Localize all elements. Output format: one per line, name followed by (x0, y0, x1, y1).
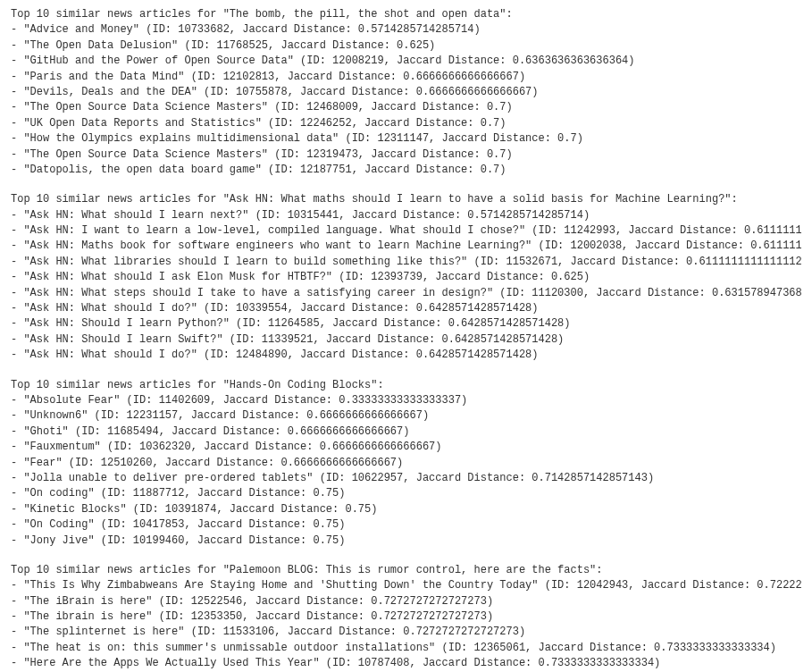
result-line: - "Jony Jive" (ID: 10199460, Jaccard Dis… (11, 533, 801, 549)
result-line: - "Fauxmentum" (ID: 10362320, Jaccard Di… (11, 440, 801, 455)
result-line: - "Fear" (ID: 12510260, Jaccard Distance… (11, 456, 801, 471)
result-line: - "The Open Source Data Science Masters"… (11, 100, 801, 115)
result-line: - "Paris and the Data Mind" (ID: 1210281… (11, 70, 801, 85)
result-line: - "Ask HN: What should I do?" (ID: 12484… (11, 348, 801, 363)
result-line: - "The Open Source Data Science Masters"… (11, 147, 801, 163)
result-line: - "Ask HN: What should I do?" (ID: 10339… (11, 301, 801, 316)
result-line: - "Ask HN: Should I learn Swift?" (ID: 1… (11, 332, 801, 348)
result-line: - "Ask HN: What should I ask Elon Musk f… (11, 270, 801, 285)
result-line: - "Ask HN: What libraries should I learn… (11, 255, 801, 270)
result-line: - "The heat is on: this summer's unmissa… (11, 641, 801, 656)
result-group: Top 10 similar news articles for "Ask HN… (11, 192, 801, 363)
result-line: - "On coding" (ID: 11887712, Jaccard Dis… (11, 486, 801, 501)
result-line: - "Advice and Money" (ID: 10733682, Jacc… (11, 22, 801, 38)
result-line: - "The iBrain is here" (ID: 12522546, Ja… (11, 594, 801, 609)
result-line: - "UK Open Data Reports and Statistics" … (11, 116, 801, 131)
result-line: - "Ask HN: I want to learn a low-level, … (11, 223, 801, 239)
result-group: Top 10 similar news articles for "The bo… (11, 7, 801, 178)
result-line: - "The ibrain is here" (ID: 12353350, Ja… (11, 609, 801, 625)
result-line: - "Here Are the Apps We Actually Used Th… (11, 656, 801, 671)
result-line: - "Devils, Deals and the DEA" (ID: 10755… (11, 85, 801, 100)
result-line: - "Ask HN: Should I learn Python?" (ID: … (11, 316, 801, 332)
result-line: - "How the Olympics explains multidimens… (11, 131, 801, 147)
result-line: - "The splinternet is here" (ID: 1153310… (11, 625, 801, 640)
output-log: Top 10 similar news articles for "The bo… (11, 7, 801, 672)
result-line: - "This Is Why Zimbabweans Are Staying H… (11, 578, 801, 593)
group-header: Top 10 similar news articles for "Ask HN… (11, 192, 801, 207)
result-line: - "Jolla unable to deliver pre-ordered t… (11, 471, 801, 486)
result-line: - "On Coding" (ID: 10417853, Jaccard Dis… (11, 517, 801, 533)
result-group: Top 10 similar news articles for "Hands-… (11, 378, 801, 549)
result-line: - "GitHub and the Power of Open Source D… (11, 54, 801, 69)
result-line: - "The Open Data Delusion" (ID: 11768525… (11, 38, 801, 54)
result-group: Top 10 similar news articles for "Palemo… (11, 563, 801, 672)
result-line: - "Ghoti" (ID: 11685494, Jaccard Distanc… (11, 424, 801, 440)
result-line: - "Ask HN: What should I learn next?" (I… (11, 208, 801, 223)
result-line: - "Unknown6" (ID: 12231157, Jaccard Dist… (11, 408, 801, 424)
result-line: - "Ask HN: What steps should I take to h… (11, 286, 801, 301)
group-header: Top 10 similar news articles for "Hands-… (11, 378, 801, 393)
result-line: - "Kinetic Blocks" (ID: 10391874, Jaccar… (11, 502, 801, 517)
group-header: Top 10 similar news articles for "The bo… (11, 7, 801, 22)
group-header: Top 10 similar news articles for "Palemo… (11, 563, 801, 578)
result-line: - "Absolute Fear" (ID: 11402609, Jaccard… (11, 393, 801, 408)
result-line: - "Datopolis, the open data board game" … (11, 163, 801, 178)
result-line: - "Ask HN: Maths book for software engin… (11, 239, 801, 254)
